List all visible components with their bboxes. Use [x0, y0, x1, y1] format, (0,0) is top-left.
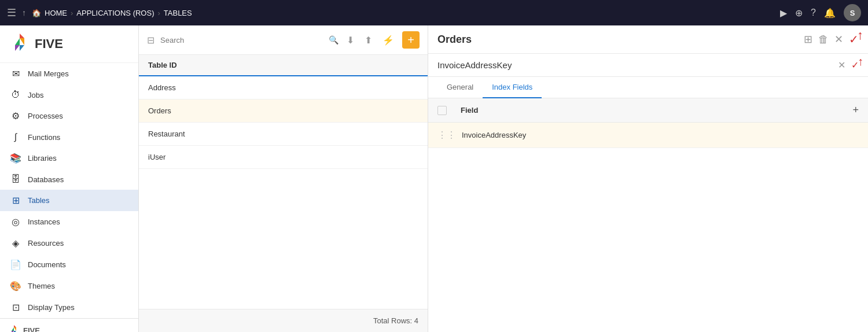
- sub-confirm-btn[interactable]: ✓ ↑: [851, 60, 859, 71]
- svg-marker-0: [20, 34, 24, 38]
- sidebar-item-instances[interactable]: ◎ Instances: [0, 211, 138, 233]
- sidebar-item-mail-merges[interactable]: ✉ Mail Merges: [0, 63, 138, 84]
- table-footer: Total Rows: 4: [139, 309, 428, 332]
- right-close-btn[interactable]: ✕: [834, 33, 843, 46]
- svg-marker-3: [20, 45, 24, 51]
- app-label[interactable]: APPLICATIONS (ROS): [76, 9, 154, 17]
- sidebar-footer: FIVE: [0, 318, 138, 332]
- filter-icon[interactable]: ⊟: [147, 35, 155, 46]
- field-rows: ⋮⋮ InvoiceAddressKey: [428, 123, 868, 148]
- sidebar-label-documents: Documents: [28, 260, 66, 269]
- sidebar-item-themes[interactable]: 🎨 Themes: [0, 275, 138, 297]
- jobs-icon: ⏱: [9, 90, 22, 100]
- sidebar-label-tables: Tables: [28, 196, 50, 205]
- sidebar-label-processes: Processes: [28, 112, 63, 120]
- field-label: Field: [447, 106, 852, 115]
- right-confirm-btn[interactable]: ✓ ↑: [849, 32, 859, 46]
- sidebar-label-functions: Functions: [28, 133, 60, 142]
- breadcrumb: 🏠 HOME › APPLICATIONS (ROS) › TABLES: [32, 9, 192, 17]
- five-logo-svg: [8, 32, 31, 56]
- sep1: ›: [71, 9, 73, 17]
- home-icon: 🏠: [32, 9, 41, 17]
- table-row[interactable]: Address: [139, 76, 428, 99]
- play-icon[interactable]: ▶: [780, 8, 787, 19]
- sidebar-item-display-types[interactable]: ⊡ Display Types: [0, 297, 138, 318]
- resources-icon: ◈: [9, 238, 22, 249]
- svg-marker-6: [14, 327, 16, 331]
- download-btn[interactable]: ⬇: [344, 32, 356, 48]
- svg-marker-2: [15, 38, 20, 45]
- sidebar-label-resources: Resources: [28, 239, 64, 248]
- tabs: GeneralIndex Fields: [428, 77, 868, 98]
- tab-index-fields[interactable]: Index Fields: [483, 77, 542, 98]
- search-icon[interactable]: ⊕: [795, 8, 803, 19]
- lightning-btn[interactable]: ⚡: [380, 32, 396, 48]
- menu-icon[interactable]: ☰: [7, 6, 16, 19]
- main-layout: FIVE ✉ Mail Merges ⏱ Jobs ⚙ Processes ∫ …: [0, 25, 868, 332]
- tab-general[interactable]: General: [437, 77, 483, 98]
- table-row[interactable]: Orders: [139, 99, 428, 123]
- functions-icon: ∫: [9, 132, 22, 142]
- bell-icon[interactable]: 🔔: [824, 8, 836, 19]
- help-icon[interactable]: ?: [811, 8, 816, 18]
- footer-five-text: FIVE: [23, 326, 40, 333]
- sidebar-label-themes: Themes: [28, 282, 55, 290]
- sidebar-item-tables[interactable]: ⊞ Tables: [0, 190, 138, 211]
- home-label[interactable]: HOME: [45, 9, 67, 17]
- sidebar-item-jobs[interactable]: ⏱ Jobs: [0, 84, 138, 105]
- documents-icon: 📄: [9, 259, 22, 270]
- right-delete-btn[interactable]: 🗑: [818, 34, 829, 46]
- sidebar-logo-text: FIVE: [35, 36, 63, 51]
- sep2: ›: [157, 9, 160, 17]
- table-body: AddressOrdersRestaurantiUser: [139, 76, 428, 309]
- middle-panel: ⊟ 🔍 ⬇ ⬆ ⚡ + Table ID AddressOrdersRestau…: [139, 25, 428, 332]
- total-rows: Total Rows: 4: [373, 316, 418, 325]
- sidebar-item-documents[interactable]: 📄 Documents: [0, 254, 138, 275]
- right-title: Orders: [437, 34, 798, 46]
- up-icon[interactable]: ↑: [22, 8, 26, 17]
- sub-title: InvoiceAddressKey: [437, 60, 832, 70]
- svg-marker-5: [14, 325, 16, 327]
- add-field-btn[interactable]: +: [852, 104, 859, 116]
- tables-icon: ⊞: [9, 195, 22, 206]
- drag-handle[interactable]: ⋮⋮: [437, 130, 456, 141]
- mail-merges-icon: ✉: [9, 68, 22, 79]
- field-checkbox[interactable]: [437, 106, 447, 115]
- sidebar-label-instances: Instances: [28, 217, 60, 226]
- search-icon[interactable]: 🔍: [329, 35, 339, 45]
- sidebar-items: ✉ Mail Merges ⏱ Jobs ⚙ Processes ∫ Funct…: [0, 63, 138, 318]
- table-header: Table ID: [139, 55, 428, 76]
- add-button[interactable]: +: [402, 31, 420, 49]
- sidebar-item-libraries[interactable]: 📚 Libraries: [0, 147, 138, 169]
- search-input[interactable]: [160, 36, 323, 45]
- processes-icon: ⚙: [9, 110, 22, 121]
- table-row[interactable]: Restaurant: [139, 123, 428, 146]
- right-table-icon[interactable]: ⊞: [804, 33, 812, 46]
- current-label: TABLES: [164, 9, 192, 17]
- themes-icon: 🎨: [9, 281, 22, 292]
- middle-toolbar: ⊟ 🔍 ⬇ ⬆ ⚡ +: [139, 25, 428, 55]
- databases-icon: 🗄: [9, 174, 22, 185]
- svg-marker-4: [15, 45, 20, 51]
- sidebar: FIVE ✉ Mail Merges ⏱ Jobs ⚙ Processes ∫ …: [0, 25, 139, 332]
- right-header: Orders ⊞ 🗑 ✕ ✓ ↑: [428, 25, 868, 54]
- sub-close-btn[interactable]: ✕: [838, 60, 845, 71]
- topbar-right: ▶ ⊕ ? 🔔 S: [780, 4, 861, 21]
- content-area: ⊟ 🔍 ⬇ ⬆ ⚡ + Table ID AddressOrdersRestau…: [139, 25, 868, 332]
- fields-header: Field +: [428, 98, 868, 123]
- upload-btn[interactable]: ⬆: [362, 32, 374, 48]
- sidebar-item-functions[interactable]: ∫ Functions: [0, 127, 138, 147]
- avatar[interactable]: S: [844, 4, 861, 21]
- sidebar-item-processes[interactable]: ⚙ Processes: [0, 105, 138, 127]
- svg-marker-7: [12, 327, 14, 331]
- sidebar-item-databases[interactable]: 🗄 Databases: [0, 169, 138, 190]
- sidebar-logo: FIVE: [0, 25, 138, 63]
- display-types-icon: ⊡: [9, 302, 22, 313]
- right-panel: Orders ⊞ 🗑 ✕ ✓ ↑ InvoiceAddressKey ✕ ✓ ↑: [428, 25, 868, 332]
- table-row[interactable]: iUser: [139, 146, 428, 169]
- sidebar-item-resources[interactable]: ◈ Resources: [0, 233, 138, 254]
- sub-header: InvoiceAddressKey ✕ ✓ ↑: [428, 54, 868, 77]
- instances-icon: ◎: [9, 216, 22, 227]
- sidebar-label-jobs: Jobs: [28, 91, 43, 99]
- sidebar-label-mail-merges: Mail Merges: [28, 69, 69, 78]
